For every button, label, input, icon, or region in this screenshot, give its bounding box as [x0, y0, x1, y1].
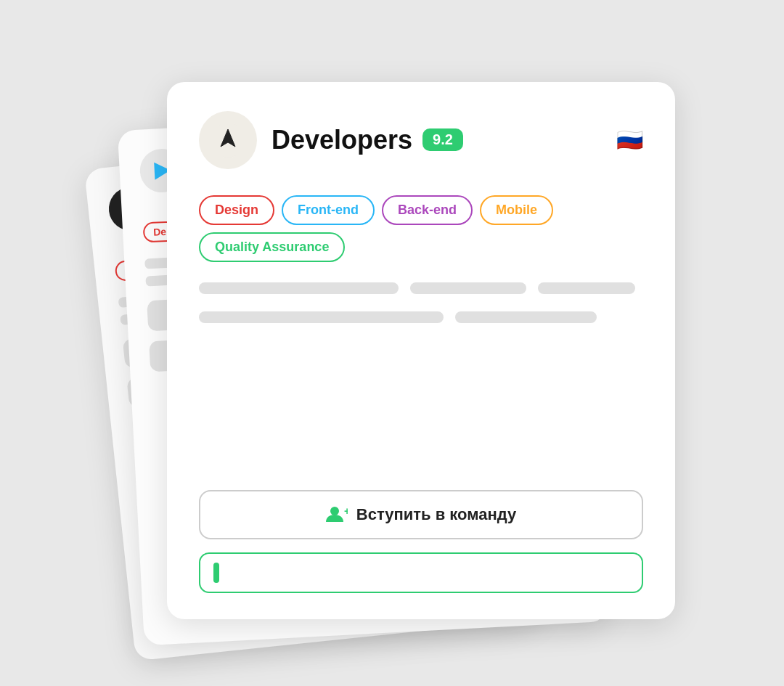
- tag-design[interactable]: Design: [199, 195, 274, 225]
- tag-frontend[interactable]: Front-end: [282, 195, 375, 225]
- svg-text:+: +: [344, 505, 348, 517]
- join-icon: +: [326, 505, 348, 525]
- cards-stack: De Qu De Qu: [109, 60, 675, 626]
- flag-icon: 🇷🇺: [616, 127, 643, 152]
- svg-point-3: [330, 507, 339, 515]
- tag-mobile[interactable]: Mobile: [480, 195, 553, 225]
- join-button[interactable]: + Вступить в команду: [199, 490, 643, 539]
- tags-row: Design Front-end Back-end Mobile Quality…: [199, 195, 643, 262]
- bottom-button[interactable]: [199, 552, 643, 593]
- tag-qa[interactable]: Quality Assurance: [199, 232, 345, 262]
- card-title: Developers: [271, 125, 412, 155]
- title-area: Developers 9.2: [271, 125, 616, 155]
- join-button-label: Вступить в команду: [356, 505, 516, 524]
- logo-circle: [199, 111, 257, 169]
- card-header: Developers 9.2 🇷🇺: [199, 111, 643, 169]
- skeleton-content: [199, 282, 643, 340]
- tag-backend[interactable]: Back-end: [382, 195, 473, 225]
- card-front: Developers 9.2 🇷🇺 Design Front-end Back-…: [167, 82, 675, 619]
- score-badge: 9.2: [422, 128, 463, 151]
